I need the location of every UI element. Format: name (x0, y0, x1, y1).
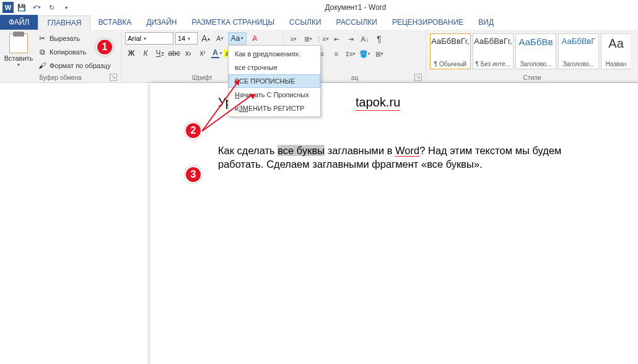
styles-group-label: Стили (523, 74, 541, 81)
save-icon[interactable]: 💾 (15, 1, 28, 14)
clear-formatting-button[interactable]: A̷ (248, 32, 261, 45)
show-marks-button[interactable]: ¶ (373, 33, 385, 45)
paragraph-group-label: ац (351, 74, 358, 81)
change-case-label: Aa (231, 34, 240, 43)
italic-button[interactable]: К (139, 47, 152, 59)
tab-review[interactable]: РЕЦЕНЗИРОВАНИЕ (385, 15, 471, 30)
callout-3: 3 (185, 166, 202, 183)
style-name: Заголово... (559, 61, 598, 67)
qat-more-icon[interactable]: ▾ (59, 1, 73, 14)
increase-indent-button[interactable]: ⇥ (344, 33, 357, 45)
window-title: Документ1 - Word (73, 3, 638, 12)
doc-body[interactable]: Как сделать все буквы заглавными в Word?… (218, 144, 577, 171)
clipboard-dialog-launcher[interactable]: ↘ (110, 74, 117, 81)
font-name-combo[interactable]: Arial▾ (125, 32, 173, 45)
case-sentence-label: Как в предложениях. (235, 50, 300, 58)
tab-references[interactable]: ССЫЛКИ (282, 15, 328, 30)
text-effects-button[interactable]: A▾ (211, 47, 223, 59)
doc-url-text: tapok.ru (356, 95, 400, 111)
tab-file[interactable]: ФАЙЛ (0, 15, 38, 30)
brush-icon: 🖌 (37, 61, 47, 71)
style-sample: АаБбВвГг, (431, 37, 469, 46)
grow-font-button[interactable]: A▴ (199, 32, 212, 45)
doc-body-pre: Как сделать (218, 145, 277, 156)
doc-body-selection: все буквы (277, 145, 325, 156)
style-name: ¶ Обычный (431, 61, 470, 67)
multilevel-button[interactable]: ⋮≡▾ (316, 33, 328, 45)
paragraph-dialog-launcher[interactable]: ↘ (414, 74, 422, 81)
style-sample: АаБбВв (519, 37, 553, 47)
font-group-label: Шрифт (192, 74, 212, 81)
subscript-button[interactable]: x₂ (182, 47, 194, 59)
tab-layout[interactable]: РАЗМЕТКА СТРАНИЦЫ (185, 15, 282, 30)
doc-body-word: Word (395, 145, 419, 157)
case-lower[interactable]: все строчные (229, 61, 320, 74)
paste-button[interactable]: Вставить ▾ (4, 32, 33, 73)
style-title[interactable]: АаНазван (601, 33, 631, 69)
style-name: Назван (602, 61, 631, 67)
callout-2: 2 (185, 122, 202, 139)
strike-button[interactable]: abc (168, 47, 180, 59)
borders-button[interactable]: ⊞▾ (373, 48, 385, 59)
shading-button[interactable]: 🪣▾ (359, 48, 371, 59)
paste-label: Вставить (4, 54, 33, 62)
format-painter-button[interactable]: 🖌Формат по образцу (36, 59, 112, 72)
tab-home[interactable]: ГЛАВНАЯ (38, 15, 90, 30)
style-no-spacing[interactable]: АаБбВвГг,¶ Без инте... (473, 33, 513, 69)
sort-button[interactable]: A↓ (359, 33, 371, 45)
styles-gallery[interactable]: АаБбВвГг,¶ Обычный АаБбВвГг,¶ Без инте..… (430, 32, 634, 69)
ribbon-tabs: ФАЙЛ ГЛАВНАЯ ВСТАВКА ДИЗАЙН РАЗМЕТКА СТР… (0, 15, 638, 30)
line-spacing-button[interactable]: ‡≡▾ (344, 48, 357, 59)
style-sample: АаБбВвГ (562, 37, 596, 46)
font-size-combo[interactable]: 14▾ (175, 32, 198, 45)
case-upper[interactable]: ВСЕ ПРОПИСНЫЕ (229, 74, 320, 88)
numbering-button[interactable]: ≣▾ (302, 33, 314, 45)
underline-button[interactable]: Ч▾ (154, 47, 166, 59)
decrease-indent-button[interactable]: ⇤ (330, 33, 343, 45)
redo-icon[interactable]: ↻ (45, 1, 58, 14)
style-name: Заголово... (517, 61, 555, 67)
paste-dropdown-icon[interactable]: ▾ (17, 62, 20, 67)
change-case-button[interactable]: Aa▾ (228, 32, 247, 45)
ribbon: Вставить ▾ ✂Вырезать ⧉Копировать 🖌Формат… (0, 30, 638, 83)
bold-button[interactable]: Ж (125, 47, 138, 59)
tab-view[interactable]: ВИД (471, 15, 501, 30)
case-sentence[interactable]: Как в предложениях. (229, 47, 320, 61)
bullets-button[interactable]: ≡▾ (287, 33, 300, 45)
page[interactable] (150, 83, 638, 364)
doc-body-mid: заглавными в (325, 145, 395, 156)
document-area (0, 83, 638, 364)
case-capitalize-label: Начинать С Прописных (235, 91, 309, 98)
case-capitalize[interactable]: Начинать С Прописных (229, 88, 320, 102)
style-heading2[interactable]: АаБбВвГЗаголово... (558, 33, 599, 69)
font-name-value: Arial (128, 35, 141, 42)
style-heading1[interactable]: АаБбВвЗаголово... (515, 33, 556, 69)
tab-insert[interactable]: ВСТАВКА (90, 15, 139, 30)
style-sample: Аа (608, 37, 624, 51)
title-bar: W 💾 ↶▾ ↻ ▾ Документ1 - Word (0, 0, 638, 15)
cut-label: Вырезать (50, 35, 80, 42)
superscript-button[interactable]: x² (196, 47, 209, 59)
doc-heading-right[interactable]: tapok.ru (356, 95, 400, 111)
clipboard-group-label: Буфер обмена (40, 74, 82, 81)
scissors-icon: ✂ (37, 33, 47, 43)
style-normal[interactable]: АаБбВвГг,¶ Обычный (430, 33, 471, 69)
tab-design[interactable]: ДИЗАЙН (139, 15, 184, 30)
tab-mailings[interactable]: РАССЫЛКИ (329, 15, 385, 30)
callout-1: 1 (96, 38, 113, 56)
format-label: Формат по образцу (50, 62, 111, 69)
case-toggle-label: иЗМЕНИТЬ РЕГИСТР (235, 105, 304, 112)
paste-icon (9, 33, 28, 53)
font-size-value: 14 (178, 35, 185, 42)
style-name: ¶ Без инте... (474, 61, 512, 67)
case-toggle[interactable]: иЗМЕНИТЬ РЕГИСТР (229, 102, 320, 115)
justify-button[interactable]: ≡ (330, 48, 343, 59)
undo-icon[interactable]: ↶▾ (30, 1, 43, 14)
copy-label: Копировать (50, 48, 86, 56)
word-logo: W (2, 2, 14, 13)
copy-icon: ⧉ (37, 47, 47, 57)
style-sample: АаБбВвГг, (474, 37, 512, 46)
shrink-font-button[interactable]: A▾ (214, 32, 226, 45)
